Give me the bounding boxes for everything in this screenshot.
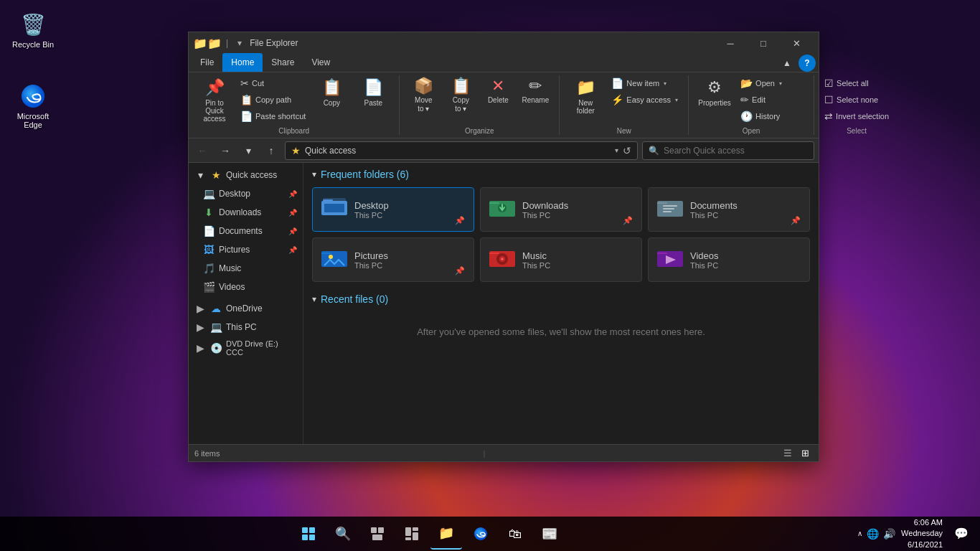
pin-to-quick-button[interactable]: 📌 Pin to Quickaccess [194,75,235,126]
desktop-icon-recycle-bin[interactable]: 🗑️ Recycle Bin [7,7,59,52]
refresh-button[interactable]: ↺ [623,145,631,156]
folder-card-videos[interactable]: Videos This PC [648,237,810,282]
copy-button[interactable]: 📋 Copy [311,75,352,118]
status-bar: 6 items | ☰ ⊞ [189,444,819,461]
open-button[interactable]: 📂 Open ▾ [736,75,808,91]
frequent-expand-icon: ▾ [312,169,316,179]
list-view-button[interactable]: ☰ [780,446,796,461]
sidebar-item-pictures[interactable]: 🖼 Pictures 📌 [189,240,303,259]
taskbar-store-button[interactable]: 🛍 [499,518,531,550]
sidebar-item-videos[interactable]: 🎬 Videos [189,278,303,296]
svg-rect-14 [321,253,331,254]
minimize-button[interactable]: ─ [714,32,747,54]
copy-path-button[interactable]: 📋 Copy path [236,92,310,108]
copy-label: Copy [324,99,340,107]
documents-folder-sub: This PC [690,211,783,220]
delete-button[interactable]: ✕ Delete [480,75,516,118]
new-item-button[interactable]: 📄 New item ▾ [607,75,682,91]
sidebar-item-documents[interactable]: 📄 Documents 📌 [189,222,303,240]
title-folder-icon-1[interactable]: 📁 [194,37,206,49]
taskbar-task-view-button[interactable] [362,518,393,550]
music-folder-icon: 🎵 [203,263,215,274]
select-items: ☑ Select all ☐ Select none ⇄ Invert sele… [820,75,893,126]
forward-button[interactable]: → [216,141,235,160]
maximize-button[interactable]: □ [747,32,780,54]
sidebar-item-onedrive[interactable]: ▶ ☁ OneDrive [189,299,303,318]
new-folder-label: Newfolder [577,99,595,115]
folder-card-downloads[interactable]: Downloads This PC 📌 [480,187,642,232]
tab-view[interactable]: View [303,53,339,72]
taskbar-search-button[interactable]: 🔍 [327,518,359,550]
sidebar-quick-access-header[interactable]: ▾ ★ Quick access [189,166,303,184]
back-button[interactable]: ← [193,141,212,160]
title-nav-icon[interactable]: ▾ [234,37,245,49]
cut-icon: ✂ [240,77,249,89]
clipboard-label: Clipboard [278,127,309,135]
close-button[interactable]: ✕ [780,32,813,54]
history-button[interactable]: 🕐 History [736,108,808,124]
paste-button[interactable]: 📄 Paste [353,75,393,118]
pictures-label: Pictures [219,245,284,255]
tab-file[interactable]: File [192,53,222,72]
rename-button[interactable]: ✏ Rename [517,75,553,118]
properties-button[interactable]: ⚙ Properties [694,75,735,118]
desktop-icon-edge[interactable]: Microsoft Edge [7,79,59,132]
folder-card-music[interactable]: Music This PC [480,237,642,282]
edit-button[interactable]: ✏ Edit [736,92,808,108]
title-folder-icon-2[interactable]: 📁 [209,37,220,49]
ribbon-help-button[interactable]: ? [798,55,816,72]
downloads-folder-sub: This PC [522,211,616,220]
taskbar-clock[interactable]: 6:06 AM Wednesday 6/16/2021 [901,517,943,550]
pin-label: Pin to Quickaccess [196,99,233,123]
tab-share[interactable]: Share [263,53,303,72]
organize-items: 📦 Moveto ▾ 📋 Copyto ▾ ✕ Delete ✏ Rename [405,75,553,126]
folder-card-desktop[interactable]: Desktop This PC 📌 [312,187,474,232]
start-button[interactable] [293,518,324,550]
folder-card-pictures[interactable]: Pictures This PC 📌 [312,237,474,282]
sidebar-item-music[interactable]: 🎵 Music [189,259,303,278]
easy-access-button[interactable]: ⚡ Easy access ▾ [607,92,682,108]
easy-access-label: Easy access [626,95,671,104]
taskbar-file-explorer-button[interactable]: 📁 [430,518,462,550]
copy-to-button[interactable]: 📋 Copyto ▾ [443,75,479,118]
select-all-button[interactable]: ☑ Select all [820,75,893,91]
videos-folder-sub: This PC [690,261,801,270]
taskbar-edge-button[interactable] [465,518,496,550]
taskbar-widgets-button[interactable] [396,518,428,550]
sidebar-item-downloads[interactable]: ⬇ Downloads 📌 [189,203,303,222]
system-tray[interactable]: ∧ 🌐 🔊 [857,528,895,540]
status-separator: | [484,449,486,458]
address-chevron-icon: ▾ [615,146,618,154]
paste-shortcut-button[interactable]: 📄 Paste shortcut [236,108,310,124]
edge-desktop-label: Microsoft Edge [10,112,56,129]
sidebar-item-dvd[interactable]: ▶ 💿 DVD Drive (E:) CCC [189,336,303,359]
recent-files-header[interactable]: ▾ Recent files (0) [312,293,810,305]
select-none-button[interactable]: ☐ Select none [820,92,893,108]
frequent-folders-header[interactable]: ▾ Frequent folders (6) [312,169,810,180]
sidebar-item-this-pc[interactable]: ▶ 💻 This PC [189,318,303,336]
grid-view-button[interactable]: ⊞ [797,446,813,461]
notification-center-button[interactable]: 💬 [948,518,974,550]
edge-desktop-icon [19,82,47,110]
new-item-icon: 📄 [611,77,623,89]
up-button[interactable]: ↑ [262,141,281,160]
new-folder-button[interactable]: 📁 Newfolder [565,75,606,118]
sidebar-item-desktop[interactable]: 💻 Desktop 📌 [189,184,303,203]
folder-icon-desktop [321,194,347,225]
recent-locations-button[interactable]: ▾ [239,141,258,160]
tab-home[interactable]: Home [222,53,263,72]
search-icon: 🔍 [649,146,659,156]
cut-button[interactable]: ✂ Cut [236,75,310,91]
move-to-button[interactable]: 📦 Moveto ▾ [405,75,441,118]
main-pane: ▾ Frequent folders (6) Desktop This PC 📌 [303,163,819,444]
desktop-label: Desktop [219,189,284,199]
invert-selection-button[interactable]: ⇄ Invert selection [820,108,893,124]
address-input[interactable]: ★ Quick access ▾ ↺ [285,141,638,160]
ribbon-collapse-button[interactable]: ▲ [778,55,796,72]
search-box[interactable]: 🔍 [642,141,814,160]
folder-info-music: Music This PC [522,250,633,270]
taskbar-news-button[interactable]: 📰 [534,518,565,550]
folder-card-documents[interactable]: Documents This PC 📌 [648,187,810,232]
select-all-label: Select all [837,79,869,88]
search-input[interactable] [664,146,808,156]
